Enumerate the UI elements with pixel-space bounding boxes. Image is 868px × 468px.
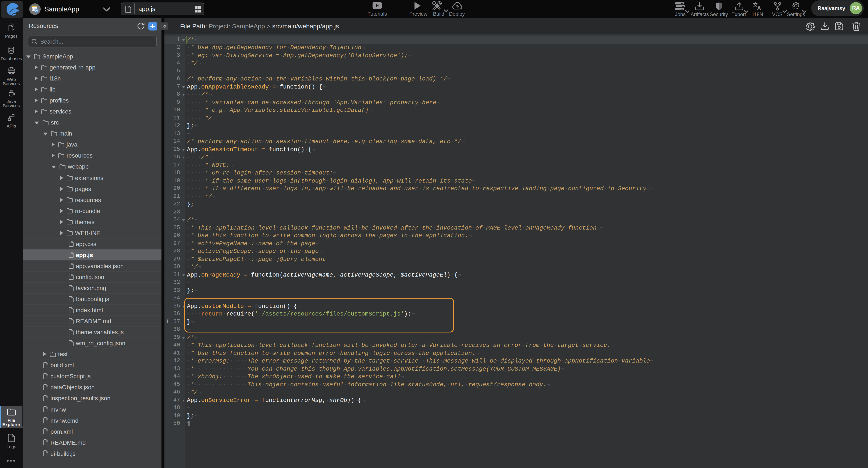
svg-text:A: A [757,5,761,10]
